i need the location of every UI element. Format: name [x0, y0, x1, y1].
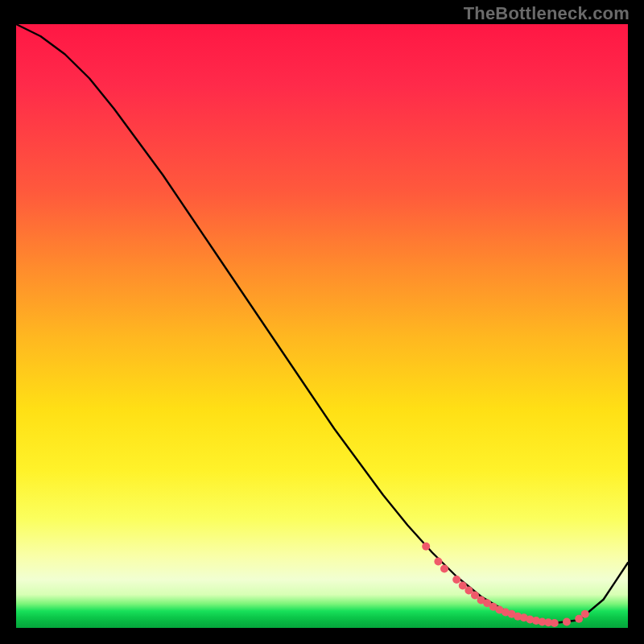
watermark-text: TheBottleneck.com: [464, 3, 630, 24]
curve-line: [16, 24, 628, 623]
marker-group: [422, 543, 589, 627]
data-point: [581, 610, 589, 618]
plot-area: [16, 24, 628, 628]
data-point: [422, 543, 430, 551]
data-point: [452, 576, 460, 584]
data-point: [440, 565, 448, 573]
chart-frame: TheBottleneck.com: [0, 0, 644, 644]
data-point: [563, 618, 571, 626]
data-point: [551, 619, 559, 627]
data-point: [434, 558, 442, 566]
chart-svg: [16, 24, 628, 628]
